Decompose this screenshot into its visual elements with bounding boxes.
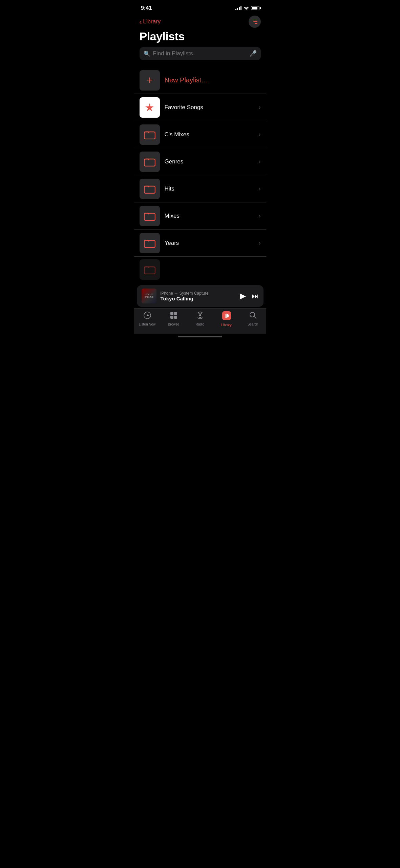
svg-rect-4 bbox=[144, 240, 155, 248]
header: ‹ Library bbox=[134, 14, 266, 28]
tab-browse[interactable]: Browse bbox=[164, 311, 184, 327]
chevron-right-icon: › bbox=[259, 132, 260, 138]
sort-icon bbox=[252, 20, 257, 24]
tab-radio[interactable]: Radio bbox=[190, 311, 210, 327]
back-chevron-icon: ‹ bbox=[140, 18, 142, 25]
svg-rect-10 bbox=[170, 316, 173, 319]
home-indicator-bar bbox=[178, 336, 222, 337]
status-bar: 9:41 bbox=[134, 0, 266, 14]
chevron-right-icon: › bbox=[259, 186, 260, 192]
new-playlist-icon: + bbox=[140, 70, 160, 91]
forward-button[interactable]: ⏭ bbox=[252, 292, 259, 300]
playlist-list: + New Playlist... ★ Favorite Songs › C's… bbox=[134, 67, 266, 282]
tab-search[interactable]: Search bbox=[243, 311, 263, 327]
list-item[interactable]: ★ Favorite Songs › bbox=[134, 94, 266, 121]
browse-icon bbox=[170, 311, 178, 321]
chevron-right-icon: › bbox=[259, 159, 260, 165]
tab-label: Browse bbox=[168, 322, 179, 326]
list-item[interactable]: Genres › bbox=[134, 148, 266, 175]
playlist-name: Favorite Songs bbox=[165, 104, 254, 111]
now-playing-controls: ▶ ⏭ bbox=[240, 292, 259, 300]
tab-label: Library bbox=[221, 323, 232, 327]
now-playing-info: iPhone → System Capture Tokyo Calling bbox=[161, 291, 236, 301]
tab-library[interactable]: Library bbox=[216, 311, 237, 327]
wifi-icon bbox=[244, 6, 249, 10]
mic-icon[interactable]: 🎤 bbox=[249, 50, 257, 57]
playlist-name: Mixes bbox=[165, 213, 254, 219]
folder-icon bbox=[140, 206, 160, 226]
svg-marker-7 bbox=[147, 314, 149, 317]
svg-point-12 bbox=[199, 314, 201, 316]
library-icon bbox=[222, 311, 231, 322]
now-playing-source: iPhone → System Capture bbox=[161, 291, 236, 296]
tab-label: Radio bbox=[195, 322, 204, 326]
tab-label: Listen Now bbox=[139, 322, 155, 326]
back-button[interactable]: ‹ Library bbox=[140, 18, 161, 25]
play-button[interactable]: ▶ bbox=[240, 292, 246, 300]
search-input[interactable] bbox=[153, 50, 247, 57]
signal-icon bbox=[235, 6, 241, 10]
playlist-name: Years bbox=[165, 240, 254, 246]
sort-button[interactable] bbox=[249, 16, 261, 28]
playlist-name: New Playlist... bbox=[165, 76, 207, 84]
folder-icon bbox=[140, 124, 160, 145]
svg-rect-11 bbox=[174, 316, 177, 319]
list-item[interactable]: Mixes › bbox=[134, 202, 266, 230]
now-playing-bar[interactable]: TOKYOCALLING iPhone → System Capture Tok… bbox=[137, 285, 264, 307]
folder-icon bbox=[140, 152, 160, 172]
chevron-right-icon: › bbox=[259, 240, 260, 246]
search-bar[interactable]: 🔍 🎤 bbox=[140, 47, 261, 60]
folder-icon bbox=[140, 179, 160, 199]
playlist-name: C's Mixes bbox=[165, 131, 254, 138]
battery-icon bbox=[251, 6, 259, 10]
album-art-image: TOKYOCALLING bbox=[142, 289, 156, 303]
back-label: Library bbox=[143, 18, 161, 25]
playlist-name: Genres bbox=[165, 158, 254, 165]
home-indicator bbox=[134, 334, 266, 339]
chevron-right-icon: › bbox=[259, 213, 260, 219]
search-icon: 🔍 bbox=[144, 51, 150, 57]
list-item[interactable]: Hits › bbox=[134, 175, 266, 202]
list-item[interactable]: C's Mixes › bbox=[134, 121, 266, 148]
playlist-name: Hits bbox=[165, 185, 254, 192]
search-tab-icon bbox=[249, 311, 257, 321]
svg-rect-0 bbox=[144, 132, 155, 139]
tab-listen-now[interactable]: Listen Now bbox=[137, 311, 157, 327]
list-item[interactable]: + New Playlist... bbox=[134, 67, 266, 94]
now-playing-title: Tokyo Calling bbox=[161, 296, 236, 301]
status-icons bbox=[235, 6, 259, 10]
radio-icon bbox=[196, 311, 204, 321]
chevron-right-icon: › bbox=[259, 104, 260, 111]
listen-now-icon bbox=[143, 311, 151, 321]
list-item-partial bbox=[134, 257, 266, 282]
svg-rect-3 bbox=[144, 213, 155, 220]
tab-bar: Listen Now Browse Radio bbox=[134, 308, 266, 334]
svg-rect-2 bbox=[144, 186, 155, 193]
svg-rect-9 bbox=[174, 312, 177, 315]
svg-rect-8 bbox=[170, 312, 173, 315]
favorite-songs-icon: ★ bbox=[140, 97, 160, 118]
svg-rect-5 bbox=[144, 267, 155, 274]
album-art: TOKYOCALLING bbox=[142, 289, 156, 303]
folder-icon bbox=[140, 233, 160, 253]
folder-icon bbox=[140, 259, 160, 280]
list-item[interactable]: Years › bbox=[134, 230, 266, 257]
svg-rect-1 bbox=[144, 159, 155, 166]
status-time: 9:41 bbox=[141, 5, 152, 12]
page-title: Playlists bbox=[134, 28, 266, 47]
tab-label: Search bbox=[248, 322, 258, 326]
